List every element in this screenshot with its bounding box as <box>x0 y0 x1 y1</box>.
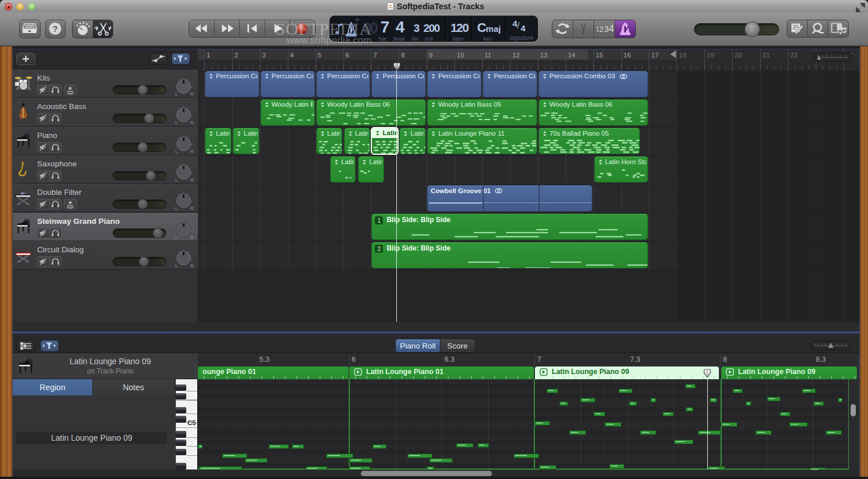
svg-text:R: R <box>190 149 194 154</box>
svg-text:?: ? <box>52 24 57 34</box>
svg-text:R: R <box>190 235 194 240</box>
svg-text:L: L <box>175 206 178 211</box>
svg-text:L: L <box>175 263 178 268</box>
svg-text:L: L <box>175 235 178 240</box>
svg-text:L: L <box>175 149 178 154</box>
svg-text:R: R <box>190 177 194 183</box>
svg-text:R: R <box>190 206 194 211</box>
svg-text:L: L <box>175 120 178 125</box>
svg-text:R: R <box>190 120 194 125</box>
svg-text:L: L <box>175 177 178 183</box>
svg-text:R: R <box>190 92 194 97</box>
svg-text:R: R <box>190 263 194 268</box>
svg-text:L: L <box>175 92 178 97</box>
